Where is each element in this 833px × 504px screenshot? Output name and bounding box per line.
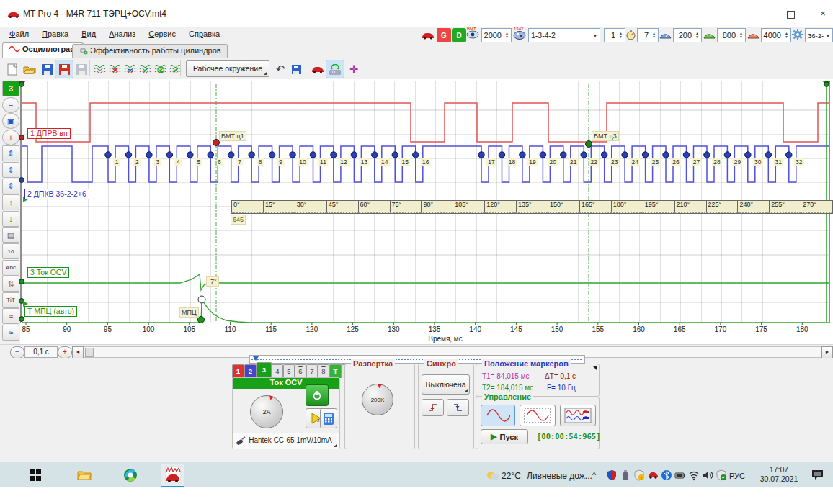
sidebar-zoom-in-button[interactable]: + (2, 130, 19, 145)
start-button[interactable]: ▶Пуск (481, 429, 528, 444)
toolbar-waves-one-icon[interactable]: ➀ (153, 60, 169, 78)
sidebar-expand-vertical-button[interactable]: ⇕ (2, 145, 19, 161)
channel-tab-7[interactable]: 7 (306, 364, 318, 378)
scroll-thumb[interactable] (85, 348, 94, 357)
firing-order-icon[interactable] (513, 30, 526, 40)
sidebar-move-up-button[interactable]: ↑ (2, 194, 19, 210)
workspace-button[interactable]: Рабочее окружение (186, 60, 270, 77)
channel-label[interactable]: 2 ДПКВ 36-2-2+6 (24, 189, 89, 199)
tray-usb-icon[interactable] (619, 469, 632, 482)
rising-edge-button[interactable] (422, 399, 444, 416)
sidebar-channel-3-button[interactable]: 3 (2, 81, 19, 96)
tray-chevron[interactable]: ^ (592, 471, 596, 480)
tray-battery-icon[interactable] (674, 469, 687, 482)
sidebar-markers-button[interactable]: ТіТ (2, 292, 19, 308)
tray-network-icon[interactable] (687, 469, 700, 482)
notification-center-icon[interactable] (811, 469, 824, 480)
channel-tab-1[interactable]: 1 (232, 364, 244, 378)
scroll-right-button[interactable]: ► (821, 346, 833, 359)
toolbar-waves-ok-icon[interactable]: ✓ (138, 60, 153, 78)
file-explorer-icon[interactable] (75, 466, 94, 485)
time-zoom-in-button[interactable]: + (58, 346, 72, 359)
scroll-left-button[interactable]: ◄ (72, 346, 84, 359)
toolbar-waves-icon[interactable] (92, 60, 108, 78)
scope-mode-button[interactable] (326, 60, 344, 78)
tray-app-car-icon[interactable] (646, 469, 659, 482)
car-report-button[interactable] (308, 60, 327, 78)
gauge-green-spinner[interactable]: 800▲▼ (717, 28, 746, 42)
channel-label[interactable]: 3 Ток OCV (27, 267, 69, 278)
restore-button[interactable] (787, 11, 795, 19)
falling-edge-button[interactable] (447, 399, 469, 416)
menu-файл[interactable]: Файл (3, 27, 35, 40)
view-windowed-button[interactable] (520, 405, 556, 426)
sweep-knob[interactable]: 200K (362, 384, 393, 415)
sidebar-analog-view-button[interactable]: ≈ (2, 308, 19, 324)
view-multi-button[interactable] (560, 405, 596, 426)
toolbar-waves-check-icon[interactable]: ✓ (168, 60, 184, 78)
vmt-view-icon[interactable] (466, 30, 479, 40)
toolbar-waves-loop-icon[interactable]: ∞ (122, 60, 138, 78)
tray-security-icon[interactable] (605, 469, 618, 482)
weather-temp[interactable]: 22°C (502, 471, 521, 481)
tray-bluetooth-icon[interactable] (660, 469, 673, 482)
pan-slider-thumb[interactable] (253, 356, 259, 361)
calculator-button[interactable] (320, 408, 337, 428)
sidebar-auto-scale-button[interactable]: ⇕ (2, 179, 19, 194)
markers-panel-expander[interactable] (592, 366, 597, 370)
save-workspace-button[interactable] (55, 60, 74, 78)
sidebar-sort-channels-button[interactable]: ⇅ (2, 276, 19, 292)
sidebar-zoom-fit-button[interactable]: ▣ (2, 113, 19, 129)
clock[interactable]: 17:0730.07.2021 (758, 465, 800, 484)
menu-анализ[interactable]: Анализ (102, 27, 142, 40)
tray-defender-alert-icon[interactable]: ! (633, 469, 646, 482)
save-all-button[interactable] (72, 60, 91, 78)
language-indicator[interactable]: РУС (729, 472, 745, 480)
tab-cylinder-efficiency[interactable]: Эффективность работы цилиндров (72, 44, 228, 60)
minimize-button[interactable]: – (750, 9, 760, 19)
channel-label[interactable]: 1 ДПРВ вп (27, 128, 71, 139)
sidebar-labels-button[interactable]: Abc (2, 260, 19, 276)
current-range-knob[interactable]: 2A (250, 395, 283, 428)
close-button[interactable]: × (818, 9, 828, 19)
channel-tab-6[interactable]: 6 (295, 364, 306, 378)
weather-icon[interactable] (487, 469, 499, 481)
menu-справка[interactable]: Справка (182, 27, 226, 40)
view-single-button[interactable] (481, 405, 515, 426)
cylinder-spinner[interactable]: 1▲▼ (604, 28, 625, 42)
weather-desc[interactable]: Ливневые дож... (527, 471, 592, 481)
quick-save-button[interactable] (288, 60, 304, 78)
channel-tab-2[interactable]: 2 (244, 364, 257, 378)
sidebar-zoom-out-button[interactable]: − (2, 97, 19, 113)
car-mode-icon[interactable] (421, 28, 435, 42)
time-zoom-out-button[interactable]: − (10, 346, 24, 359)
sidebar-logic-view-button[interactable]: 10 (2, 243, 19, 259)
channel-label[interactable]: Т МПЦ (авто) (24, 306, 77, 317)
probe-select[interactable]: Hantek CC-65 1mV/10mA (233, 433, 339, 449)
open-file-button[interactable] (20, 60, 39, 78)
menu-сервис[interactable]: Сервис (142, 27, 182, 40)
sync-pattern-select[interactable]: 36-2-2+6▼ (805, 28, 833, 42)
diesel-mode-button[interactable]: D (452, 28, 466, 42)
pan-mode-button[interactable]: ✛ (344, 60, 363, 78)
channel-tab-8[interactable]: 8 (318, 364, 329, 378)
start-button[interactable] (26, 466, 45, 485)
undo-button[interactable]: ↶ (272, 60, 288, 78)
channel-tab-5[interactable]: 5 (283, 364, 295, 378)
channel-tab-T[interactable]: T (329, 364, 342, 378)
gauge-red-spinner[interactable]: 4000▲▼ (761, 28, 791, 42)
gauge-blue-spinner[interactable]: 200▲▼ (673, 28, 702, 42)
channel-tab-4[interactable]: 4 (272, 364, 283, 378)
browser-icon[interactable] (121, 466, 140, 485)
toolbar-waves-delete-icon[interactable]: ✕ (107, 60, 123, 78)
teeth-spinner[interactable]: 7▲▼ (637, 28, 659, 42)
channel-power-button[interactable] (306, 384, 329, 406)
sidebar-move-down-button[interactable]: ↓ (2, 211, 19, 227)
channel-tab-3[interactable]: 3 (257, 362, 272, 378)
menu-вид[interactable]: Вид (75, 27, 102, 40)
new-file-button[interactable] (3, 60, 22, 78)
firing-order-select[interactable]: 1-3-4-2▼ (528, 28, 600, 42)
tray-antivirus-icon[interactable] (715, 469, 728, 482)
sidebar-compress-vertical-button[interactable]: ⇕ (2, 162, 19, 178)
sync-state-button[interactable]: Выключена (422, 374, 470, 395)
